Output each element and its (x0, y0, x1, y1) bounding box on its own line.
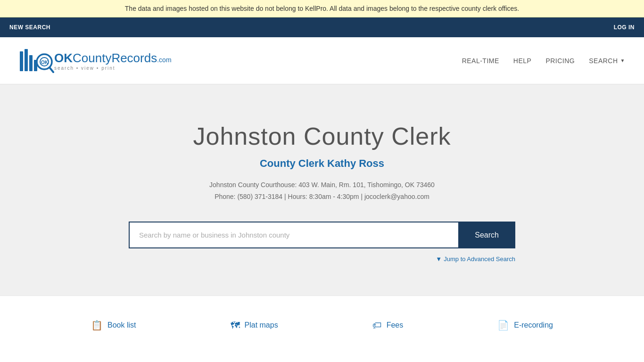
plat-maps-icon: 🗺 (231, 320, 240, 331)
footer-fees-label: Fees (387, 321, 404, 329)
footer-book-list[interactable]: 📋 Book list (91, 320, 136, 331)
footer-fees[interactable]: 🏷 Fees (372, 320, 404, 331)
advanced-search-arrow: ▼ (436, 255, 442, 263)
svg-line-6 (50, 67, 53, 72)
search-dropdown-label: SEARCH (589, 57, 618, 65)
footer-plat-maps-label: Plat maps (245, 321, 278, 329)
login-link[interactable]: LOG IN (614, 24, 635, 31)
logo-ok: OK (54, 51, 73, 66)
logo-county-records: CountyRecords (73, 51, 157, 66)
header-nav: REAL-TIME HELP PRICING SEARCH ▼ (462, 57, 625, 65)
notification-banner: The data and images hosted on this websi… (0, 0, 644, 17)
clerk-name: County Clerk Kathy Ross (260, 157, 384, 170)
county-title: Johnston County Clerk (193, 122, 451, 150)
search-input[interactable] (129, 222, 458, 248)
search-dropdown[interactable]: SEARCH ▼ (589, 57, 625, 65)
chevron-down-icon: ▼ (620, 58, 625, 63)
search-container: Search (129, 222, 515, 248)
realtime-link[interactable]: REAL-TIME (462, 57, 499, 65)
help-link[interactable]: HELP (513, 57, 532, 65)
new-search-link[interactable]: NEW SEARCH (9, 24, 50, 31)
fees-icon: 🏷 (372, 320, 382, 331)
footer-links: 📋 Book list 🗺 Plat maps 🏷 Fees 📄 E-recor… (0, 296, 644, 354)
logo-graphic: OK (19, 47, 54, 75)
footer-erecording[interactable]: 📄 E-recording (497, 320, 553, 331)
erecording-icon: 📄 (497, 320, 509, 331)
hero-section: Johnston County Clerk County Clerk Kathy… (0, 84, 644, 296)
county-address: Johnston County Courthouse: 403 W. Main,… (209, 179, 435, 203)
advanced-search-link[interactable]: ▼ Jump to Advanced Search (436, 255, 515, 263)
svg-text:OK: OK (41, 60, 49, 65)
pricing-link[interactable]: PRICING (545, 57, 575, 65)
logo-tagline: search • view • print (54, 66, 172, 71)
book-list-icon: 📋 (91, 320, 103, 331)
svg-rect-0 (20, 51, 23, 71)
logo-text-area: OKCountyRecords.com search • view • prin… (54, 51, 172, 71)
header: OK OKCountyRecords.com search • view • p… (0, 37, 644, 84)
footer-erecording-label: E-recording (514, 321, 553, 329)
svg-rect-1 (25, 49, 28, 71)
footer-plat-maps[interactable]: 🗺 Plat maps (231, 320, 278, 331)
advanced-search-text: Jump to Advanced Search (444, 255, 515, 263)
logo[interactable]: OK OKCountyRecords.com search • view • p… (19, 47, 172, 75)
footer-book-list-label: Book list (107, 321, 136, 329)
svg-rect-2 (29, 55, 33, 71)
address-line1: Johnston County Courthouse: 403 W. Main,… (209, 179, 435, 191)
logo-dotcom: .com (157, 56, 171, 64)
search-button[interactable]: Search (458, 222, 515, 248)
logo-bars-icon: OK (19, 47, 54, 75)
notification-text: The data and images hosted on this websi… (125, 5, 519, 12)
top-nav: NEW SEARCH LOG IN (0, 17, 644, 37)
address-line2: Phone: (580) 371-3184 | Hours: 8:30am - … (209, 191, 435, 203)
